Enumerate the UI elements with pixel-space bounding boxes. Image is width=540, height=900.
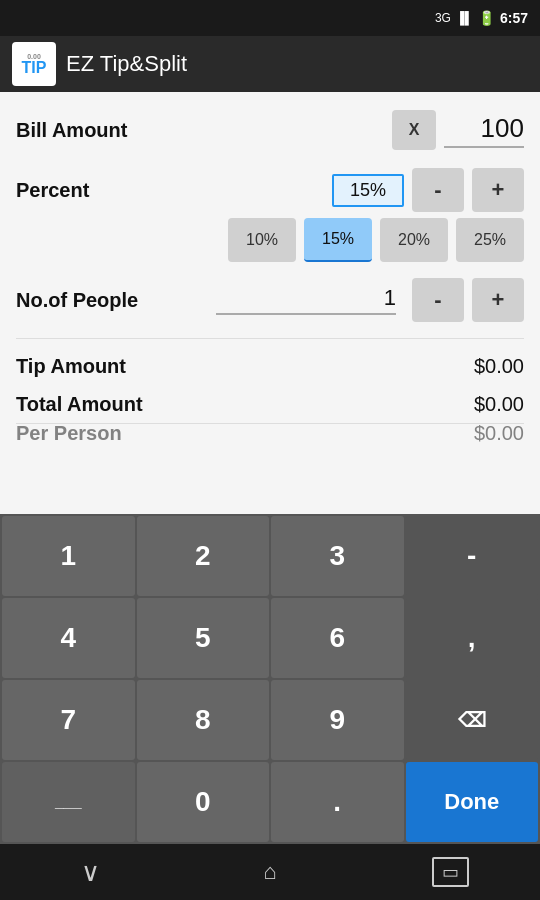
key-done[interactable]: Done (406, 762, 539, 842)
key-2[interactable]: 2 (137, 516, 270, 596)
key-8[interactable]: 8 (137, 680, 270, 760)
people-plus-button[interactable]: + (472, 278, 524, 322)
signal-icon: ▐▌ (456, 11, 473, 25)
per-person-row-partial: Per Person $0.00 (16, 423, 524, 443)
percent-quick-row: 10% 15% 20% 25% (16, 218, 524, 262)
people-value: 1 (216, 285, 396, 315)
status-icons: 3G ▐▌ 🔋 6:57 (435, 10, 528, 26)
bill-clear-button[interactable]: X (392, 110, 436, 150)
main-content: Bill Amount X 100 Percent 15% - + 10% 15… (0, 92, 540, 514)
per-person-label: Per Person (16, 423, 122, 443)
bill-amount-controls: X 100 (216, 110, 524, 150)
pct-15-button[interactable]: 15% (304, 218, 372, 262)
total-amount-label: Total Amount (16, 393, 143, 416)
app-title: EZ Tip&Split (66, 51, 187, 77)
nav-recent-button[interactable]: ▭ (410, 852, 490, 892)
pct-10-button[interactable]: 10% (228, 218, 296, 262)
key-minus[interactable]: - (406, 516, 539, 596)
pct-25-button[interactable]: 25% (456, 218, 524, 262)
battery-icon: 🔋 (478, 10, 495, 26)
percent-minus-button[interactable]: - (412, 168, 464, 212)
people-row: No.of People 1 - + (16, 276, 524, 324)
tip-amount-row: Tip Amount $0.00 (16, 347, 524, 385)
network-label: 3G (435, 11, 451, 25)
percent-value[interactable]: 15% (332, 174, 404, 207)
nav-back-button[interactable]: ∨ (50, 852, 130, 892)
time-display: 6:57 (500, 10, 528, 26)
keyboard: 1 2 3 - 4 5 6 , 7 8 9 ⌫ ___ 0 . Done (0, 514, 540, 844)
key-4[interactable]: 4 (2, 598, 135, 678)
key-0[interactable]: 0 (137, 762, 270, 842)
nav-home-button[interactable]: ⌂ (230, 852, 310, 892)
bill-amount-label: Bill Amount (16, 119, 216, 142)
total-amount-value: $0.00 (474, 393, 524, 416)
bill-amount-value: 100 (444, 113, 524, 148)
keyboard-row-1: 1 2 3 - (2, 516, 538, 596)
nav-back-icon: ∨ (81, 857, 100, 888)
key-dot[interactable]: . (271, 762, 404, 842)
tip-amount-value: $0.00 (474, 355, 524, 378)
people-controls: 1 - + (216, 278, 524, 322)
app-header: 0.00 TIP EZ Tip&Split (0, 36, 540, 92)
percent-controls: 15% - + (216, 168, 524, 212)
key-6[interactable]: 6 (271, 598, 404, 678)
per-person-value: $0.00 (474, 423, 524, 443)
nav-recent-icon: ▭ (432, 857, 469, 887)
keyboard-row-2: 4 5 6 , (2, 598, 538, 678)
key-7[interactable]: 7 (2, 680, 135, 760)
status-bar: 3G ▐▌ 🔋 6:57 (0, 0, 540, 36)
nav-home-icon: ⌂ (263, 859, 276, 885)
nav-bar: ∨ ⌂ ▭ (0, 844, 540, 900)
keyboard-row-3: 7 8 9 ⌫ (2, 680, 538, 760)
percent-plus-button[interactable]: + (472, 168, 524, 212)
key-3[interactable]: 3 (271, 516, 404, 596)
key-9[interactable]: 9 (271, 680, 404, 760)
key-comma[interactable]: , (406, 598, 539, 678)
percent-label: Percent (16, 179, 216, 202)
app-logo: 0.00 TIP (12, 42, 56, 86)
logo-main-text: TIP (22, 60, 47, 76)
tip-amount-label: Tip Amount (16, 355, 126, 378)
keyboard-row-4: ___ 0 . Done (2, 762, 538, 842)
key-space[interactable]: ___ (2, 762, 135, 842)
total-amount-row: Total Amount $0.00 (16, 385, 524, 423)
divider (16, 338, 524, 339)
key-backspace[interactable]: ⌫ (406, 680, 539, 760)
people-minus-button[interactable]: - (412, 278, 464, 322)
people-label: No.of People (16, 289, 216, 312)
bill-amount-row: Bill Amount X 100 (16, 106, 524, 154)
pct-20-button[interactable]: 20% (380, 218, 448, 262)
key-5[interactable]: 5 (137, 598, 270, 678)
percent-row: Percent 15% - + (16, 166, 524, 214)
key-1[interactable]: 1 (2, 516, 135, 596)
